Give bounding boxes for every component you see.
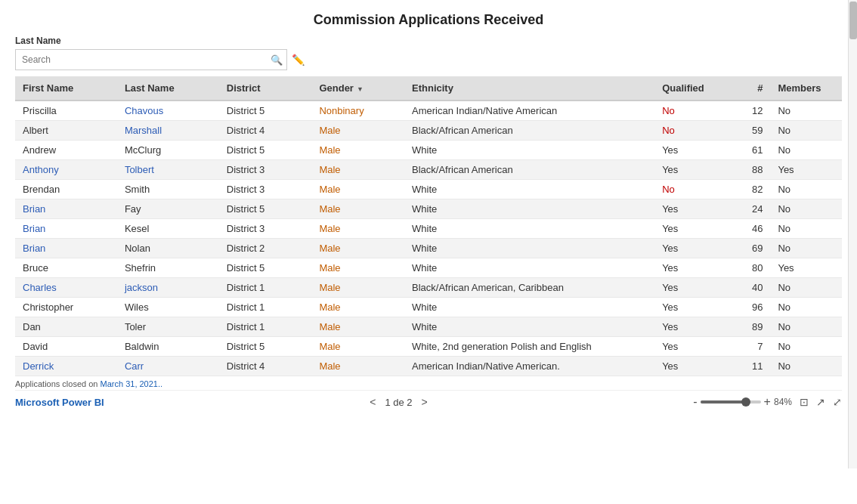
cell-gender: Male xyxy=(311,199,404,219)
cell-members: No xyxy=(770,357,842,376)
table-container: First Name Last Name District Gender Eth… xyxy=(15,76,842,376)
cell-district: District 1 xyxy=(219,317,312,337)
search-input[interactable] xyxy=(15,49,287,70)
pagination-prev[interactable]: < xyxy=(367,396,379,408)
cell-members: Yes xyxy=(770,160,842,180)
cell-num: 12 xyxy=(729,100,770,121)
cell-qualified: Yes xyxy=(654,337,729,357)
col-header-num[interactable]: # xyxy=(729,76,770,100)
cell-num: 96 xyxy=(729,298,770,317)
cell-members: No xyxy=(770,219,842,239)
cell-last-name: Nolan xyxy=(117,239,219,258)
cell-gender: Male xyxy=(311,278,404,298)
eraser-icon[interactable]: ✏️ xyxy=(292,54,305,66)
table-row: Brian Nolan District 2 Male White Yes 69… xyxy=(15,239,842,258)
cell-district: District 3 xyxy=(219,219,312,239)
cell-last-name: Baldwin xyxy=(117,337,219,357)
col-header-last-name[interactable]: Last Name xyxy=(117,76,219,100)
cell-district: District 1 xyxy=(219,278,312,298)
cell-ethnicity: White xyxy=(404,298,654,317)
scrollbar-thumb[interactable] xyxy=(849,2,857,39)
cell-district: District 5 xyxy=(219,258,312,278)
main-container: Commission Applications Received Last Na… xyxy=(0,0,857,504)
cell-gender: Male xyxy=(311,160,404,180)
col-header-members[interactable]: Members xyxy=(770,76,842,100)
cell-num: 11 xyxy=(729,357,770,376)
cell-first-name: Bruce xyxy=(15,258,117,278)
cell-first-name: Dan xyxy=(15,317,117,337)
table-row: Derrick Carr District 4 Male American In… xyxy=(15,357,842,376)
zoom-plus[interactable]: + xyxy=(764,395,771,409)
footer-note: Applications closed on March 31, 2021.. xyxy=(15,376,842,390)
cell-district: District 3 xyxy=(219,180,312,199)
cell-first-name: Brian xyxy=(15,219,117,239)
col-header-first-name[interactable]: First Name xyxy=(15,76,117,100)
table-header-row: First Name Last Name District Gender Eth… xyxy=(15,76,842,100)
table-row: Christopher Wiles District 1 Male White … xyxy=(15,298,842,317)
cell-num: 40 xyxy=(729,278,770,298)
search-input-wrapper: 🔍 xyxy=(15,49,287,70)
table-row: Priscilla Chavous District 5 Nonbinary A… xyxy=(15,100,842,121)
col-header-ethnicity[interactable]: Ethnicity xyxy=(404,76,654,100)
cell-members: Yes xyxy=(770,258,842,278)
col-header-qualified[interactable]: Qualified xyxy=(654,76,729,100)
cell-ethnicity: White xyxy=(404,199,654,219)
col-header-district[interactable]: District xyxy=(219,76,312,100)
zoom-slider-thumb[interactable] xyxy=(741,397,750,407)
cell-qualified: Yes xyxy=(654,219,729,239)
cell-num: 7 xyxy=(729,337,770,357)
table-row: Dan Toler District 1 Male White Yes 89 N… xyxy=(15,317,842,337)
cell-ethnicity: White xyxy=(404,317,654,337)
zoom-slider-fill xyxy=(701,400,743,404)
cell-qualified: No xyxy=(654,121,729,141)
cell-ethnicity: American Indian/Native American. xyxy=(404,357,654,376)
col-header-gender[interactable]: Gender xyxy=(311,76,404,100)
zoom-slider[interactable] xyxy=(701,400,761,404)
cell-qualified: Yes xyxy=(654,317,729,337)
table-row: Albert Marshall District 4 Male Black/Af… xyxy=(15,121,842,141)
cell-qualified: No xyxy=(654,180,729,199)
cell-gender: Male xyxy=(311,121,404,141)
cell-ethnicity: White xyxy=(404,239,654,258)
powerbi-link[interactable]: Microsoft Power BI xyxy=(15,397,104,408)
zoom-minus[interactable]: - xyxy=(693,395,697,409)
cell-last-name: Fay xyxy=(117,199,219,219)
cell-num: 88 xyxy=(729,160,770,180)
cell-qualified: Yes xyxy=(654,239,729,258)
cell-members: No xyxy=(770,317,842,337)
cell-qualified: Yes xyxy=(654,258,729,278)
cell-first-name: Brendan xyxy=(15,180,117,199)
cell-first-name: Andrew xyxy=(15,141,117,160)
table-row: Charles jackson District 1 Male Black/Af… xyxy=(15,278,842,298)
fit-icon[interactable]: ⊡ xyxy=(800,396,809,408)
filter-section: Last Name 🔍 ✏️ xyxy=(15,36,842,70)
cell-ethnicity: American Indian/Native American xyxy=(404,100,654,121)
cell-members: No xyxy=(770,121,842,141)
cell-district: District 3 xyxy=(219,160,312,180)
cell-gender: Nonbinary xyxy=(311,100,404,121)
search-row: 🔍 ✏️ xyxy=(15,49,842,70)
cell-num: 89 xyxy=(729,317,770,337)
pagination-next[interactable]: > xyxy=(419,396,431,408)
cell-gender: Male xyxy=(311,337,404,357)
share-icon[interactable]: ↗ xyxy=(816,396,825,408)
cell-gender: Male xyxy=(311,298,404,317)
table-body: Priscilla Chavous District 5 Nonbinary A… xyxy=(15,100,842,376)
cell-qualified: Yes xyxy=(654,278,729,298)
cell-ethnicity: White xyxy=(404,258,654,278)
cell-first-name: Brian xyxy=(15,239,117,258)
cell-last-name: Toler xyxy=(117,317,219,337)
table-row: Brian Kesel District 3 Male White Yes 46… xyxy=(15,219,842,239)
scrollbar-track[interactable] xyxy=(848,0,857,468)
cell-ethnicity: Black/African American xyxy=(404,121,654,141)
expand-icon[interactable]: ⤢ xyxy=(833,396,842,408)
cell-first-name: David xyxy=(15,337,117,357)
cell-last-name: McClurg xyxy=(117,141,219,160)
cell-ethnicity: White xyxy=(404,180,654,199)
cell-last-name: Tolbert xyxy=(117,160,219,180)
cell-members: No xyxy=(770,199,842,219)
cell-num: 69 xyxy=(729,239,770,258)
cell-qualified: No xyxy=(654,100,729,121)
cell-last-name: Shefrin xyxy=(117,258,219,278)
cell-gender: Male xyxy=(311,258,404,278)
